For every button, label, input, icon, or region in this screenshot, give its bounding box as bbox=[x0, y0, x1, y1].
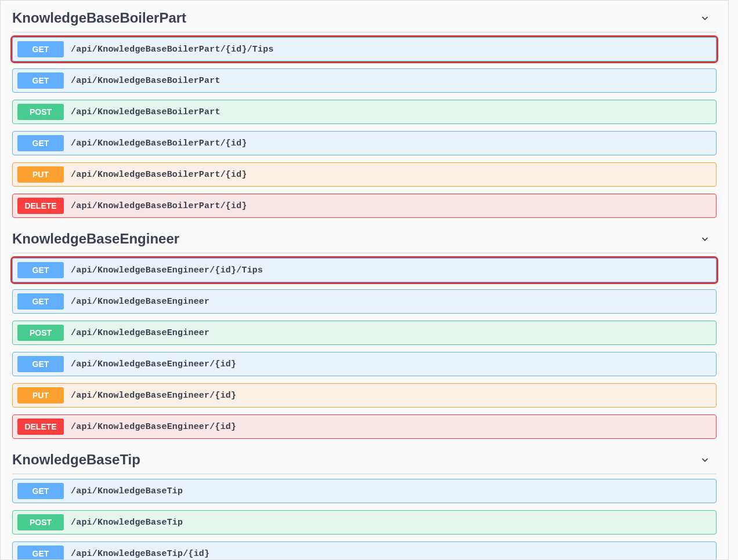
section-title: KnowledgeBaseBoilerPart bbox=[12, 10, 186, 26]
api-doc-viewport[interactable]: KnowledgeBaseBoilerPartGET/api/Knowledge… bbox=[0, 0, 729, 560]
api-section: KnowledgeBaseEngineerGET/api/KnowledgeBa… bbox=[12, 225, 717, 439]
operation-row[interactable]: GET/api/KnowledgeBaseTip/{id} bbox=[12, 541, 717, 560]
http-method-badge: POST bbox=[17, 325, 64, 341]
endpoint-path: /api/KnowledgeBaseBoilerPart/{id} bbox=[64, 139, 247, 148]
http-method-badge: GET bbox=[17, 546, 64, 560]
endpoint-path: /api/KnowledgeBaseBoilerPart bbox=[64, 76, 220, 86]
endpoint-path: /api/KnowledgeBaseEngineer bbox=[64, 328, 209, 338]
operation-row[interactable]: POST/api/KnowledgeBaseTip bbox=[12, 510, 717, 534]
operation-row[interactable]: DELETE/api/KnowledgeBaseBoilerPart/{id} bbox=[12, 194, 717, 218]
section-header[interactable]: KnowledgeBaseTip bbox=[12, 446, 717, 474]
endpoint-path: /api/KnowledgeBaseEngineer bbox=[64, 297, 209, 307]
http-method-badge: GET bbox=[17, 356, 64, 372]
endpoint-path: /api/KnowledgeBaseBoilerPart/{id}/Tips bbox=[64, 45, 274, 54]
operation-row[interactable]: POST/api/KnowledgeBaseBoilerPart bbox=[12, 100, 717, 124]
operation-row[interactable]: POST/api/KnowledgeBaseEngineer bbox=[12, 321, 717, 345]
section-title: KnowledgeBaseTip bbox=[12, 452, 140, 468]
operation-row[interactable]: GET/api/KnowledgeBaseEngineer/{id} bbox=[12, 352, 717, 376]
endpoint-path: /api/KnowledgeBaseEngineer/{id}/Tips bbox=[64, 266, 263, 275]
http-method-badge: GET bbox=[17, 262, 64, 278]
http-method-badge: GET bbox=[17, 293, 64, 310]
http-method-badge: POST bbox=[17, 514, 64, 530]
http-method-badge: DELETE bbox=[17, 198, 64, 214]
http-method-badge: PUT bbox=[17, 166, 64, 183]
chevron-down-icon[interactable] bbox=[699, 454, 711, 466]
endpoint-path: /api/KnowledgeBaseBoilerPart bbox=[64, 107, 220, 117]
endpoint-path: /api/KnowledgeBaseTip/{id} bbox=[64, 549, 209, 559]
operation-row[interactable]: GET/api/KnowledgeBaseBoilerPart/{id}/Tip… bbox=[12, 37, 717, 61]
endpoint-path: /api/KnowledgeBaseEngineer/{id} bbox=[64, 422, 236, 432]
operation-row[interactable]: GET/api/KnowledgeBaseBoilerPart bbox=[12, 68, 717, 93]
operation-row[interactable]: GET/api/KnowledgeBaseEngineer bbox=[12, 289, 717, 314]
operation-row[interactable]: GET/api/KnowledgeBaseEngineer/{id}/Tips bbox=[12, 258, 717, 282]
section-header[interactable]: KnowledgeBaseEngineer bbox=[12, 225, 717, 253]
endpoint-path: /api/KnowledgeBaseTip bbox=[64, 486, 183, 496]
endpoint-path: /api/KnowledgeBaseTip bbox=[64, 518, 183, 528]
http-method-badge: GET bbox=[17, 72, 64, 89]
chevron-down-icon[interactable] bbox=[699, 233, 711, 245]
chevron-down-icon[interactable] bbox=[699, 12, 711, 24]
section-header[interactable]: KnowledgeBaseBoilerPart bbox=[12, 4, 717, 32]
endpoint-path: /api/KnowledgeBaseBoilerPart/{id} bbox=[64, 170, 247, 180]
endpoint-path: /api/KnowledgeBaseEngineer/{id} bbox=[64, 391, 236, 401]
http-method-badge: POST bbox=[17, 104, 64, 120]
operation-row[interactable]: PUT/api/KnowledgeBaseBoilerPart/{id} bbox=[12, 162, 717, 187]
section-title: KnowledgeBaseEngineer bbox=[12, 231, 179, 247]
operations-list: GET/api/KnowledgeBaseTipPOST/api/Knowled… bbox=[12, 474, 717, 560]
http-method-badge: DELETE bbox=[17, 419, 64, 435]
http-method-badge: PUT bbox=[17, 387, 64, 403]
operations-list: GET/api/KnowledgeBaseBoilerPart/{id}/Tip… bbox=[12, 32, 717, 218]
operations-list: GET/api/KnowledgeBaseEngineer/{id}/TipsG… bbox=[12, 253, 717, 439]
api-section: KnowledgeBaseTipGET/api/KnowledgeBaseTip… bbox=[12, 446, 717, 560]
http-method-badge: GET bbox=[17, 135, 64, 151]
operation-row[interactable]: PUT/api/KnowledgeBaseEngineer/{id} bbox=[12, 383, 717, 408]
http-method-badge: GET bbox=[17, 483, 64, 499]
operation-row[interactable]: GET/api/KnowledgeBaseTip bbox=[12, 479, 717, 503]
operation-row[interactable]: GET/api/KnowledgeBaseBoilerPart/{id} bbox=[12, 131, 717, 155]
endpoint-path: /api/KnowledgeBaseBoilerPart/{id} bbox=[64, 201, 247, 211]
endpoint-path: /api/KnowledgeBaseEngineer/{id} bbox=[64, 359, 236, 369]
operation-row[interactable]: DELETE/api/KnowledgeBaseEngineer/{id} bbox=[12, 414, 717, 439]
api-doc-content: KnowledgeBaseBoilerPartGET/api/Knowledge… bbox=[1, 4, 728, 560]
http-method-badge: GET bbox=[17, 41, 64, 57]
api-section: KnowledgeBaseBoilerPartGET/api/Knowledge… bbox=[12, 4, 717, 218]
